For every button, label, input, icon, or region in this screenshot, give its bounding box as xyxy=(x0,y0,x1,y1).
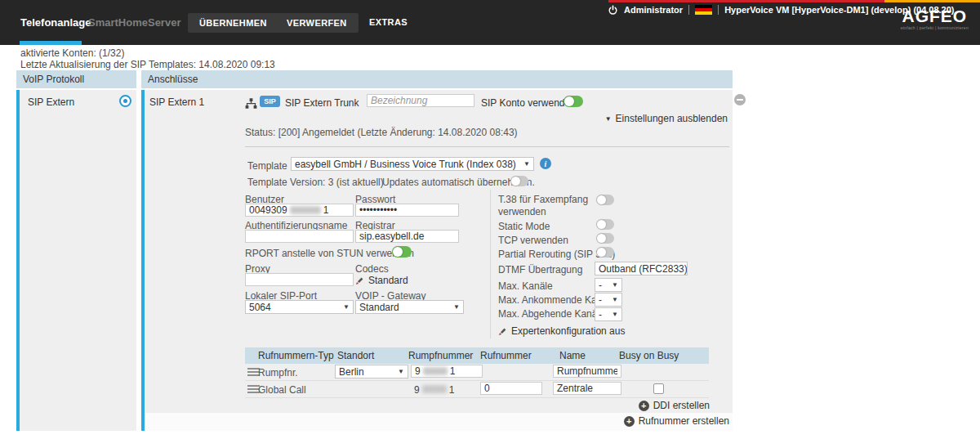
agfeo-logo-text: AGFEO xyxy=(901,7,969,25)
uebernehmen-button[interactable]: ÜBERNEHMEN xyxy=(188,13,278,33)
active-tab-underline xyxy=(20,41,82,45)
proxy-input[interactable] xyxy=(245,273,354,286)
rumpfnummer-text: 91 xyxy=(414,384,454,396)
trunk-settings-body: SIP Extern 1 SIP SIP Extern Trunk SIP Ko… xyxy=(145,90,733,413)
row-type: Rumpfnr. xyxy=(258,367,298,379)
template-value: easybell GmbH / Business Voice Trunk (In… xyxy=(295,159,516,170)
app-root: Telefonanlage SmartHomeServer ÜBERNEHMEN… xyxy=(0,0,980,439)
standort-value: Berlin xyxy=(339,366,364,378)
plus-icon: + xyxy=(639,401,649,411)
dtmf-select[interactable]: Outband (RFC2833) ▼ xyxy=(595,262,688,275)
rufnummer-erstellen-button[interactable]: + Rufnummer erstellen xyxy=(624,415,729,427)
rufnummer-input[interactable] xyxy=(480,382,542,395)
active-accounts-text: aktivierte Konten: (1/32) xyxy=(20,47,275,59)
name-input[interactable] xyxy=(553,365,621,378)
col-rufnummern-typ: Rufnummern-Typ xyxy=(258,350,334,361)
top-stripe-red xyxy=(608,0,884,2)
template-select[interactable]: easybell GmbH / Business Voice Trunk (In… xyxy=(291,157,534,171)
static-mode-label: Static Mode xyxy=(498,221,550,232)
trunk-icon xyxy=(245,97,257,112)
expertenkonfiguration-link[interactable]: Expertenkonfiguration aus xyxy=(498,325,625,337)
passwort-input[interactable] xyxy=(355,204,459,217)
rumpfnummer-field[interactable]: 9 1 xyxy=(411,365,483,378)
col-rufnummer: Rufnummer xyxy=(480,350,532,361)
list-item-sip-extern[interactable]: SIP Extern xyxy=(28,96,74,108)
benutzer-suffix: 1 xyxy=(323,204,329,216)
redacted-text xyxy=(423,367,448,375)
pencil-icon xyxy=(355,276,364,285)
ddi-erstellen-button[interactable]: + DDI erstellen xyxy=(639,400,710,411)
panel-footer: + Rufnummer erstellen xyxy=(145,413,733,431)
collapse-link-label: Einstellungen ausblenden xyxy=(616,113,728,124)
rumpf-suffix: 1 xyxy=(450,365,456,377)
registrar-input[interactable] xyxy=(355,230,459,243)
codecs-value: Standard xyxy=(368,275,408,286)
separator xyxy=(245,146,729,147)
einstellungen-ausblenden-link[interactable]: ▼ Einstellungen ausblenden xyxy=(605,113,728,124)
rufnummer-erstellen-label: Rufnummer erstellen xyxy=(639,415,729,427)
numbers-table-header: Rufnummern-Typ Standort Rumpfnummer Rufn… xyxy=(245,347,709,364)
redacted-text xyxy=(290,206,321,214)
benutzer-field[interactable]: 0049309 1 xyxy=(245,204,354,217)
dtmf-value: Outband (RFC2833) xyxy=(599,263,688,275)
codecs-edit-link[interactable]: Standard xyxy=(355,275,408,286)
rport-label: RPORT anstelle von STUN verwenden xyxy=(245,248,414,259)
dropdown-arrow-icon: ▼ xyxy=(398,368,404,375)
sip-konto-toggle[interactable] xyxy=(564,96,583,107)
trunk-type-label: SIP Extern Trunk xyxy=(285,97,359,109)
voip-protokoll-header: VoIP Protokoll xyxy=(16,70,136,88)
tab-smarthomeserver[interactable]: SmartHomeServer xyxy=(88,0,180,45)
codecs-label: Codecs xyxy=(355,263,389,275)
table-row: Rumpfnr. Berlin ▼ 9 1 xyxy=(245,364,709,380)
redacted-text xyxy=(422,385,447,393)
status-lines: aktivierte Konten: (1/32) Letzte Aktuali… xyxy=(20,47,275,70)
tab-telefonanlage[interactable]: Telefonanlage xyxy=(20,0,91,45)
column-divider xyxy=(490,190,491,338)
t38-toggle[interactable] xyxy=(596,195,614,205)
power-icon[interactable] xyxy=(608,5,618,16)
max-abgehende-label: Max. Abgehende Kanäle xyxy=(498,308,605,320)
verwerfen-button[interactable]: VERWERFEN xyxy=(275,13,359,33)
dropdown-arrow-icon: ▼ xyxy=(343,303,350,311)
divider xyxy=(718,5,719,15)
max-ankommende-select[interactable]: - ▼ xyxy=(595,293,622,307)
top-stripe-yellow xyxy=(884,0,980,2)
dropdown-arrow-icon: ▼ xyxy=(523,160,530,168)
busy-on-busy-checkbox[interactable] xyxy=(653,383,664,394)
auth-name-input[interactable] xyxy=(245,230,354,243)
voip-protokoll-panel: VoIP Protokoll SIP Extern xyxy=(16,70,136,431)
ddi-erstellen-label: DDI erstellen xyxy=(653,400,710,411)
bezeichnung-input[interactable] xyxy=(367,94,474,107)
max-kanaele-select[interactable]: - ▼ xyxy=(595,278,622,292)
col-rumpfnummer: Rumpfnummer xyxy=(408,350,473,361)
top-bar: Telefonanlage SmartHomeServer ÜBERNEHMEN… xyxy=(0,0,980,45)
max-abgehende-select[interactable]: - ▼ xyxy=(595,307,622,321)
dropdown-arrow-icon: ▼ xyxy=(612,296,618,303)
max-ankommende-value: - xyxy=(599,294,602,306)
german-flag-icon[interactable] xyxy=(695,5,712,16)
rport-toggle[interactable] xyxy=(392,246,412,258)
benutzer-prefix: 0049309 xyxy=(249,204,287,216)
info-icon[interactable]: i xyxy=(540,158,551,169)
logged-in-user: Administrator xyxy=(624,5,683,15)
standort-select[interactable]: Berlin ▼ xyxy=(335,365,408,379)
tcp-toggle[interactable] xyxy=(596,233,614,244)
templates-update-text: Letzte Aktualisierung der SIP Templates:… xyxy=(20,59,275,70)
partial-rerouting-toggle[interactable] xyxy=(596,247,614,258)
selected-target-icon[interactable] xyxy=(119,95,131,107)
template-label: Template xyxy=(247,160,287,172)
col-standort: Standort xyxy=(337,350,374,361)
max-kanaele-label: Max. Kanäle xyxy=(498,280,553,292)
gateway-select[interactable]: Standard ▼ xyxy=(355,300,464,314)
agfeo-logo-tagline: einfach | perfekt | kommunizieren xyxy=(901,25,969,30)
name-input[interactable] xyxy=(553,382,621,395)
extras-menu[interactable]: EXTRAS xyxy=(369,0,408,45)
max-abgehende-value: - xyxy=(599,309,602,320)
updates-auto-toggle[interactable] xyxy=(510,176,528,186)
static-mode-toggle[interactable] xyxy=(596,219,614,230)
sip-port-select[interactable]: 5064 ▼ xyxy=(245,300,354,314)
voip-protokoll-list: SIP Extern xyxy=(20,90,136,431)
col-busy-on-busy: Busy on Busy xyxy=(619,350,679,361)
remove-trunk-icon[interactable] xyxy=(734,94,746,105)
dtmf-label: DTMF Übertragung xyxy=(498,264,582,275)
